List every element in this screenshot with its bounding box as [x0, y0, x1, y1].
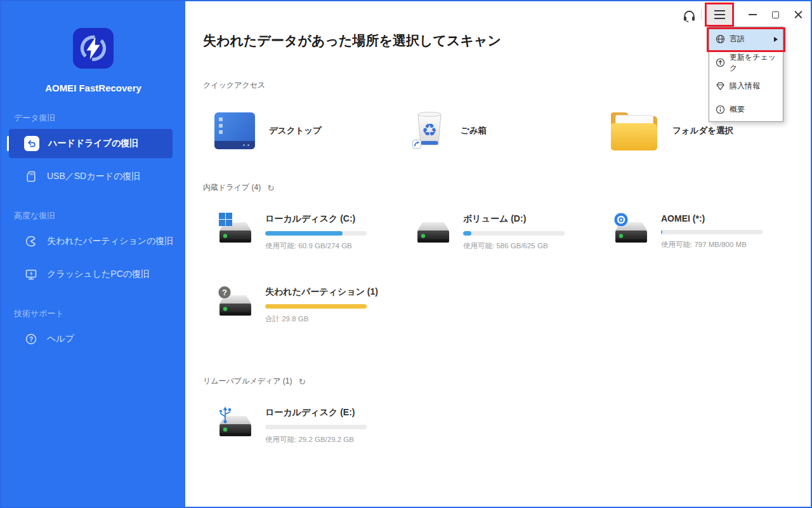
drive-usage-bar — [463, 231, 471, 236]
desktop-icon — [214, 112, 255, 149]
sidebar-item-label: USB／SDカードの復旧 — [47, 171, 140, 182]
sidebar: AOMEI FastRecovery データ復旧 ハードドライブの復旧 — [1, 1, 185, 507]
app-logo-icon — [73, 28, 114, 69]
menu-item-label: 更新をチェック — [730, 52, 778, 74]
support-headset-button[interactable] — [680, 6, 698, 24]
drive-name: ボリューム (D:) — [463, 213, 565, 225]
drive-info: 使用可能: 60.9 GB/274 GB — [265, 241, 367, 251]
submenu-arrow-icon — [774, 37, 778, 42]
usb-drive-icon — [214, 406, 255, 444]
drive-card-lost-partition[interactable]: ? 失われたパーティション (1) 合計 29.8 GB — [203, 285, 401, 324]
info-icon — [716, 105, 725, 114]
drive-name: 失われたパーティション (1) — [265, 286, 378, 298]
drive-usage-track — [265, 425, 367, 429]
menu-item-about[interactable]: 概要 — [709, 98, 783, 121]
quick-access-desktop[interactable]: デスクトップ — [203, 110, 401, 152]
hard-drive-question-icon: ? — [214, 285, 255, 324]
internal-drives-label: 内蔵ドライブ (4) ↻ — [203, 182, 785, 193]
sd-card-icon — [24, 170, 38, 184]
refresh-icon[interactable]: ↻ — [299, 377, 306, 386]
globe-icon — [716, 34, 725, 44]
menu-item-label: 購入情報 — [730, 81, 760, 91]
sidebar-nav: データ復旧 ハードドライブの復旧 USB／SDカードの復旧 — [1, 112, 185, 354]
app-menu-dropdown: 言語 更新をチェック 購入情報 — [709, 27, 783, 122]
undo-arrow-icon — [24, 136, 39, 151]
quick-access-label-text: フォルダを選択 — [672, 125, 733, 137]
close-button[interactable] — [790, 6, 806, 23]
page-title: 失われたデータがあった場所を選択してスキャン — [203, 32, 785, 50]
drive-info: 使用可能: 586 GB/625 GB — [463, 241, 565, 251]
quick-access-recycle-bin[interactable]: ♻ ごみ箱 — [401, 110, 599, 152]
folder-icon — [610, 111, 658, 150]
sidebar-item-usb-sd-recovery[interactable]: USB／SDカードの復旧 — [1, 162, 185, 191]
minimize-icon — [749, 14, 757, 15]
drive-name: ローカルディスク (E:) — [265, 407, 367, 418]
removable-media-grid: ローカルディスク (E:) 使用可能: 29.2 GB/29.2 GB — [203, 406, 785, 444]
menu-item-purchase-info[interactable]: 購入情報 — [709, 74, 783, 98]
sidebar-item-label: 失われたパーティションの復旧 — [47, 236, 173, 247]
svg-text:?: ? — [29, 336, 33, 343]
update-icon — [716, 58, 725, 67]
sidebar-item-label: ハードドライブの復旧 — [48, 138, 138, 149]
drive-usage-track — [661, 230, 763, 234]
sidebar-item-label: クラッシュしたPCの復旧 — [47, 269, 150, 280]
hard-drive-icon — [412, 212, 453, 251]
quick-access-label: クイックアクセス — [203, 80, 785, 91]
sidebar-item-lost-partition-recovery[interactable]: 失われたパーティションの復旧 — [1, 227, 185, 256]
quick-access-row: デスクトップ ♻ ごみ箱 — [203, 110, 785, 152]
quick-access-label-text: デスクトップ — [269, 125, 322, 137]
drive-info: 合計 29.8 GB — [265, 314, 378, 324]
minimize-button[interactable] — [744, 6, 761, 23]
quick-access-label-text: ごみ箱 — [461, 125, 487, 137]
nav-section-advanced-recovery: 高度な復旧 — [1, 210, 185, 222]
drive-usage-track — [265, 231, 367, 236]
headset-icon — [682, 8, 697, 23]
drive-usage-track — [463, 231, 565, 236]
removable-media-label: リムーバブルメディア (1) ↻ — [203, 376, 785, 387]
svg-text:♻: ♻ — [422, 120, 437, 140]
drive-name: AOMEI (*:) — [661, 213, 763, 224]
maximize-button[interactable] — [767, 6, 783, 23]
drive-info: 使用可能: 29.2 GB/29.2 GB — [265, 435, 367, 444]
hard-drive-windows-icon — [214, 212, 255, 251]
drive-usage-bar — [265, 231, 343, 236]
maximize-icon — [772, 11, 779, 18]
gem-tag-icon — [716, 81, 725, 91]
hard-drive-aomei-icon — [610, 212, 651, 251]
app-window: AOMEI FastRecovery データ復旧 ハードドライブの復旧 — [0, 0, 812, 508]
app-name: AOMEI FastRecovery — [1, 83, 185, 93]
drive-name: ローカルディスク (C:) — [265, 213, 367, 225]
hamburger-menu-button[interactable] — [707, 4, 731, 24]
nav-section-data-recovery: データ復旧 — [1, 112, 185, 124]
drive-info: 使用可能: 797 MB/800 MB — [661, 240, 763, 250]
drive-card-d[interactable]: ボリューム (D:) 使用可能: 586 GB/625 GB — [401, 212, 599, 251]
menu-item-label: 言語 — [730, 34, 745, 44]
internal-drives-grid: ローカルディスク (C:) 使用可能: 60.9 GB/274 GB — [203, 212, 785, 324]
recycle-bin-icon: ♻ — [412, 110, 447, 152]
drive-card-aomei[interactable]: AOMEI (*:) 使用可能: 797 MB/800 MB — [599, 212, 785, 251]
sidebar-item-help[interactable]: ? ヘルプ — [1, 324, 185, 354]
menu-item-language[interactable]: 言語 — [709, 27, 783, 51]
drive-card-c[interactable]: ローカルディスク (C:) 使用可能: 60.9 GB/274 GB — [203, 212, 401, 251]
drive-usage-track — [265, 304, 367, 309]
drive-usage-bar — [265, 304, 367, 309]
partition-pie-icon — [24, 234, 38, 248]
menu-item-label: 概要 — [730, 104, 745, 115]
sidebar-item-hard-drive-recovery[interactable]: ハードドライブの復旧 — [9, 129, 173, 158]
nav-section-tech-support: 技術サポート — [1, 308, 185, 319]
refresh-icon[interactable]: ↻ — [267, 184, 275, 192]
close-icon — [794, 10, 803, 20]
svg-text:?: ? — [222, 288, 227, 297]
drive-card-e[interactable]: ローカルディスク (E:) 使用可能: 29.2 GB/29.2 GB — [203, 406, 401, 444]
titlebar-separator — [701, 9, 702, 20]
sidebar-item-label: ヘルプ — [47, 333, 74, 345]
menu-item-check-updates[interactable]: 更新をチェック — [709, 51, 783, 74]
drive-usage-bar — [661, 230, 662, 234]
crashed-pc-icon — [24, 267, 38, 281]
help-icon: ? — [24, 332, 38, 346]
sidebar-item-crashed-pc-recovery[interactable]: クラッシュしたPCの復旧 — [1, 260, 185, 289]
